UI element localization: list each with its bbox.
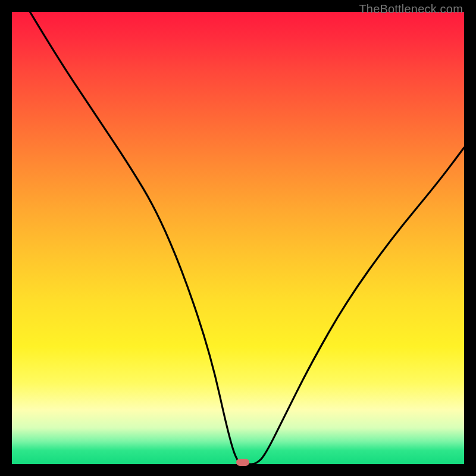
bottleneck-curve <box>12 12 464 464</box>
plot-area <box>12 12 464 464</box>
chart-frame: TheBottleneck.com <box>0 0 476 476</box>
watermark-text: TheBottleneck.com <box>359 2 463 16</box>
optimal-point-marker <box>236 459 249 466</box>
